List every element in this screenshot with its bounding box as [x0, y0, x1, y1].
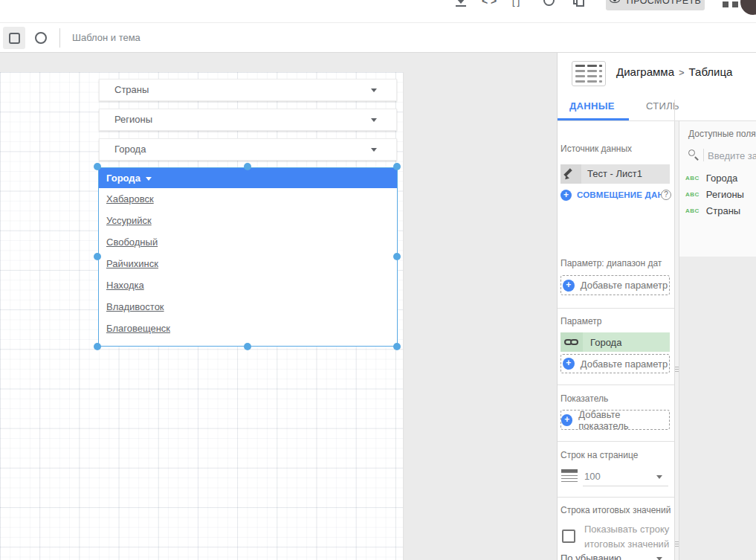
filter-dropdown-countries[interactable]: Страны	[99, 79, 397, 101]
edit-pencil-icon[interactable]	[560, 164, 581, 184]
add-parameter-button[interactable]: + Добавьте параметр	[560, 354, 670, 373]
filter-dropdown-regions[interactable]: Регионы	[99, 109, 397, 131]
table-row[interactable]: Хабаровск	[99, 188, 397, 210]
rectangle-icon	[9, 33, 20, 44]
rectangle-tool-button[interactable]	[3, 27, 25, 49]
field-item-countries[interactable]: ABC Страны	[685, 203, 756, 218]
breadcrumb-item: Таблица	[689, 65, 733, 78]
chevron-down-icon	[371, 88, 377, 92]
blend-data-label: СОВМЕЩЕНИЕ ДАНН	[577, 190, 670, 199]
circle-tool-button[interactable]	[30, 27, 52, 49]
report-canvas[interactable]: Страны Регионы Города Города Хабаровск У…	[0, 72, 404, 560]
summary-checkbox-label-line2: итоговых значений	[584, 538, 669, 550]
user-avatar[interactable]	[740, 0, 756, 15]
rows-per-page-select[interactable]: 100	[560, 467, 670, 486]
panel-tabs: ДАННЫЕ СТИЛЬ	[558, 95, 756, 121]
blend-data-button[interactable]: + СОВМЕЩЕНИЕ ДАНН ?	[560, 189, 670, 201]
search-icon	[688, 149, 700, 161]
plus-icon: +	[561, 414, 572, 426]
table-row[interactable]: Находка	[99, 274, 397, 296]
available-fields-panel: Доступные поля ABC Города ABC Регионы AB…	[679, 121, 756, 560]
breadcrumb-separator: >	[674, 67, 689, 78]
data-source-name[interactable]: Тест - Лист1	[581, 164, 670, 184]
help-icon[interactable]: ?	[661, 190, 671, 200]
data-source-section-label: Источник данных	[560, 144, 632, 154]
circle-icon	[35, 32, 47, 44]
app-window: < > [ ] ПРОСМОТРЕТЬ Шаблон и тема Страны…	[0, 0, 756, 560]
parameter-section-label: Параметр	[560, 316, 601, 326]
tab-data[interactable]: ДАННЫЕ	[569, 95, 615, 120]
sort-arrow-icon	[146, 177, 152, 181]
plus-icon: +	[563, 358, 575, 370]
select-underline	[583, 486, 668, 486]
show-summary-row-checkbox[interactable]	[562, 530, 575, 543]
abc-field-icon: ABC	[685, 207, 700, 214]
theme-menu-item[interactable]: Шаблон и тема	[72, 23, 140, 53]
filter-dropdown-label: Города	[114, 139, 146, 160]
add-date-parameter-button[interactable]: + Добавьте параметр	[560, 275, 670, 295]
properties-panel: Диаграмма>Таблица ДАННЫЕ СТИЛЬ Источник …	[557, 53, 756, 560]
fields-list-container: Доступные поля ABC Города ABC Регионы AB…	[679, 121, 756, 257]
apps-grid-icon[interactable]	[723, 1, 728, 7]
field-search-input[interactable]	[708, 148, 756, 163]
table-row[interactable]: Свободный	[99, 231, 397, 253]
add-metric-button[interactable]: + Добавьте показатель	[560, 410, 670, 430]
summary-checkbox-label-line1: Показывать строку	[584, 524, 669, 535]
iframe-icon[interactable]: [ ]	[508, 0, 523, 8]
selection-handle[interactable]	[244, 163, 251, 170]
panel-header: Диаграмма>Таблица	[558, 53, 756, 95]
copy-icon[interactable]	[572, 0, 587, 8]
section-divider	[558, 441, 674, 442]
sort-order-value: По убыванию	[560, 549, 621, 560]
date-range-parameter-label: Параметр: диапазон дат	[560, 258, 662, 268]
filter-dropdown-cities[interactable]: Города	[99, 138, 397, 161]
selection-handle[interactable]	[94, 343, 101, 350]
selection-handle[interactable]	[94, 253, 101, 260]
table-row[interactable]: Уссурийск	[99, 210, 397, 231]
active-tab-underline	[558, 118, 629, 120]
table-row[interactable]: Владивосток	[99, 296, 397, 318]
selection-handle[interactable]	[393, 253, 401, 260]
table-rows-icon	[561, 469, 578, 483]
selection-handle[interactable]	[393, 163, 401, 170]
selection-handle[interactable]	[393, 343, 401, 350]
preview-button[interactable]: ПРОСМОТРЕТЬ	[606, 0, 705, 10]
breadcrumb-category[interactable]: Диаграмма	[616, 65, 674, 78]
chevron-down-icon	[656, 475, 662, 479]
field-item-regions[interactable]: ABC Регионы	[685, 187, 756, 202]
parameter-chip-cities[interactable]: Города	[560, 332, 670, 352]
chevron-down-icon	[656, 557, 662, 560]
table-row[interactable]: Благовещенск	[99, 318, 397, 339]
sort-order-select[interactable]: По убыванию	[560, 549, 670, 560]
breadcrumb: Диаграмма>Таблица	[616, 65, 732, 78]
abc-field-icon: ABC	[685, 191, 700, 198]
download-icon[interactable]	[453, 0, 468, 8]
section-divider	[558, 384, 674, 385]
rows-per-page-value: 100	[584, 467, 601, 486]
eye-icon	[610, 0, 621, 4]
search-divider	[703, 149, 704, 161]
resizer-grip[interactable]	[675, 541, 679, 547]
metric-section-label: Показатель	[560, 393, 608, 404]
section-divider	[558, 497, 674, 498]
table-header-cell[interactable]: Города	[99, 168, 397, 188]
data-settings-column: Источник данных Тест - Лист1 + СОВМЕЩЕНИ…	[558, 121, 674, 560]
data-source-control[interactable]: Тест - Лист1	[560, 164, 670, 184]
resizer-grip[interactable]	[675, 367, 679, 372]
preview-button-label: ПРОСМОТРЕТЬ	[627, 0, 701, 6]
apps-grid-icon[interactable]	[732, 1, 738, 7]
abc-field-icon: ABC	[685, 175, 700, 181]
section-divider	[558, 308, 674, 309]
table-row[interactable]: Райчихинск	[99, 253, 397, 274]
refresh-clock-icon[interactable]	[542, 0, 557, 8]
chevron-down-icon	[371, 118, 377, 122]
panel-resizer[interactable]	[674, 121, 679, 560]
selection-handle[interactable]	[244, 343, 251, 350]
field-search	[688, 148, 756, 163]
embed-code-icon[interactable]: < >	[482, 0, 497, 8]
available-fields-title: Доступные поля	[688, 129, 756, 139]
filter-dropdown-label: Регионы	[114, 109, 152, 130]
field-item-cities[interactable]: ABC Города	[685, 170, 756, 185]
table-chart-selected[interactable]: Города Хабаровск Уссурийск Свободный Рай…	[98, 167, 398, 347]
selection-handle[interactable]	[94, 163, 101, 170]
